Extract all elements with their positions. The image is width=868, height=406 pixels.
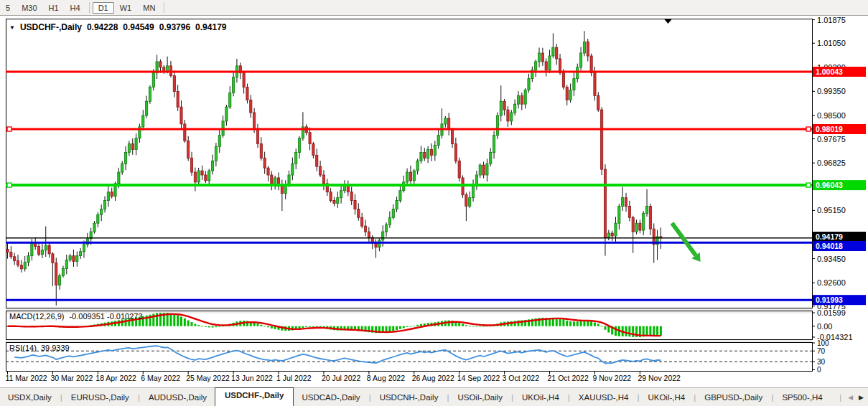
svg-text:0.96825: 0.96825 (817, 159, 846, 167)
svg-text:0.98500: 0.98500 (817, 111, 846, 120)
svg-text:0.93450: 0.93450 (817, 255, 846, 263)
svg-text:0.97675: 0.97675 (817, 135, 846, 143)
tab-usoil-daily[interactable]: USOil-,Daily (449, 390, 510, 405)
svg-text:8 Aug 2022: 8 Aug 2022 (367, 374, 405, 382)
svg-text:100: 100 (817, 339, 829, 347)
svg-text:30 Mar 2022: 30 Mar 2022 (50, 374, 93, 382)
svg-text:0.94179: 0.94179 (816, 232, 843, 241)
tab-usdcnh-daily[interactable]: USDCNH-,Daily (372, 390, 447, 405)
svg-text:20 Jul 2022: 20 Jul 2022 (322, 374, 360, 382)
tab-scroll-right-icon[interactable]: ▶ (859, 394, 864, 401)
tab-scroll-nav: | ◀ ▶ (839, 393, 868, 402)
svg-text:6 May 2022: 6 May 2022 (141, 374, 180, 382)
svg-text:0: 0 (817, 366, 821, 374)
tab-usdx-daily[interactable]: USDX,Daily (0, 390, 60, 405)
svg-text:0.01599: 0.01599 (817, 308, 846, 317)
svg-text:26 Aug 2022: 26 Aug 2022 (412, 374, 454, 382)
tab-usdchf-daily[interactable]: USDCHF-,Daily (215, 387, 294, 406)
chart-canvas[interactable]: 11 Mar 202230 Mar 202218 Apr 20226 May 2… (0, 0, 868, 387)
svg-text:0.99350: 0.99350 (817, 87, 846, 95)
svg-text:30: 30 (817, 358, 826, 366)
svg-text:9 Nov 2022: 9 Nov 2022 (592, 374, 631, 382)
svg-text:3 Oct 2022: 3 Oct 2022 (503, 374, 540, 382)
tab-xauusd-h4[interactable]: XAUUSD-,H4 (571, 390, 637, 405)
svg-text:18 Apr 2022: 18 Apr 2022 (95, 374, 136, 382)
tab-eurusd-daily[interactable]: EURUSD-,Daily (63, 390, 137, 405)
tab-gbpusd-daily[interactable]: GBPUSD-,Daily (696, 390, 770, 405)
svg-text:70: 70 (817, 347, 826, 355)
svg-text:21 Oct 2022: 21 Oct 2022 (548, 374, 589, 382)
svg-text:0.94018: 0.94018 (816, 242, 843, 250)
svg-text:0.92600: 0.92600 (817, 278, 846, 287)
svg-text:11 Mar 2022: 11 Mar 2022 (6, 374, 47, 382)
svg-text:1.01875: 1.01875 (817, 16, 846, 24)
svg-text:13 Jun 2022: 13 Jun 2022 (231, 374, 273, 382)
symbol-tab-bar: USDX,Daily | EURUSD-,Daily | AUDUSD-,Dai… (0, 387, 868, 406)
svg-text:0.95150: 0.95150 (817, 206, 846, 214)
tab-ukoil-h4[interactable]: UKOil-,H4 (514, 390, 567, 405)
svg-text:25 May 2022: 25 May 2022 (186, 374, 230, 382)
svg-text:0.96043: 0.96043 (816, 181, 843, 189)
svg-text:14 Sep 2022: 14 Sep 2022 (457, 374, 500, 382)
svg-text:29 Nov 2022: 29 Nov 2022 (638, 374, 681, 382)
svg-text:0.91993: 0.91993 (816, 296, 843, 304)
svg-text:0.98019: 0.98019 (816, 125, 843, 133)
tab-usdcad-daily[interactable]: USDCAD-,Daily (294, 390, 368, 405)
tab-audusd-daily[interactable]: AUDUSD-,Daily (141, 390, 215, 405)
tab-ukoil2-h4[interactable]: UKOil-,H4 (640, 390, 693, 405)
svg-text:1.00043: 1.00043 (816, 67, 843, 76)
date-axis: 11 Mar 202230 Mar 202218 Apr 20226 May 2… (6, 372, 681, 382)
mt4-window: 5 M30 H1 H4 D1 W1 MN 11 Mar 202230 Mar 2… (0, 0, 868, 406)
tab-scroll-left-icon[interactable]: ◀ (848, 394, 853, 401)
svg-text:1.01050: 1.01050 (817, 39, 846, 47)
svg-text:1 Jul 2022: 1 Jul 2022 (276, 374, 312, 382)
tab-sp500-h4[interactable]: SP500-,H4 (774, 390, 830, 405)
tab-separator: | (839, 393, 842, 402)
svg-text:0.00: 0.00 (817, 322, 832, 331)
